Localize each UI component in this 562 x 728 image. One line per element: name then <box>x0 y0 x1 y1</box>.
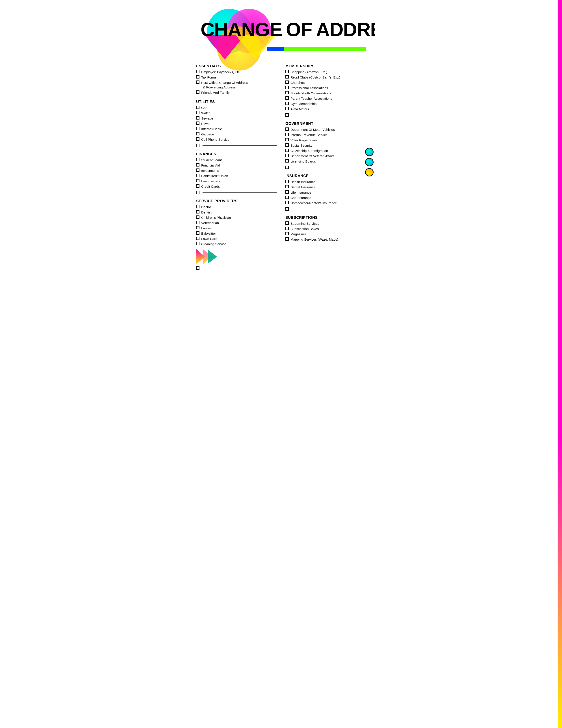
arrows-svg <box>196 249 218 264</box>
checkbox[interactable] <box>285 133 289 136</box>
list-item: Department Of Veteran Affairs <box>285 154 366 158</box>
checkbox[interactable] <box>285 96 289 100</box>
item-label: Gas <box>201 105 208 110</box>
checkbox[interactable] <box>285 159 289 163</box>
item-label: Mapping Services (Waze, Maps) <box>290 237 338 242</box>
checkbox[interactable] <box>285 75 289 79</box>
checkbox[interactable] <box>285 201 289 204</box>
checkbox[interactable] <box>196 242 200 245</box>
checkbox[interactable] <box>285 127 289 131</box>
checkbox[interactable] <box>285 138 289 141</box>
right-column: MEMBERSHIPS Shopping (Amazon, Etc.) Reta… <box>285 64 366 275</box>
custom-line-memberships <box>285 113 366 117</box>
checkbox[interactable] <box>196 179 200 182</box>
checkbox[interactable] <box>196 90 200 94</box>
checkbox[interactable] <box>285 102 289 105</box>
item-label: Churches <box>290 80 304 85</box>
checkbox[interactable] <box>196 210 200 213</box>
checkbox[interactable] <box>285 70 289 73</box>
checkbox[interactable] <box>285 227 289 230</box>
checkbox[interactable] <box>196 80 200 84</box>
checkbox[interactable] <box>285 154 289 157</box>
checkbox[interactable] <box>196 106 200 109</box>
checkbox[interactable] <box>196 266 200 270</box>
checkbox[interactable] <box>196 137 200 141</box>
list-item: Citizenship & Immigration <box>285 148 366 153</box>
checkbox[interactable] <box>285 190 289 194</box>
checkbox[interactable] <box>285 196 289 199</box>
svg-marker-2 <box>208 250 217 263</box>
item-label: Citizenship & Immigration <box>290 148 328 153</box>
section-insurance: INSURANCE Health Insurance Dental Insura… <box>285 174 366 211</box>
section-subscriptions: SUBSCRIPTIONS Streaming Services Subscri… <box>285 215 366 242</box>
list-item: Gas <box>196 105 277 110</box>
item-label: Bank/Credit Union <box>201 174 228 178</box>
checkbox[interactable] <box>196 132 200 135</box>
checkbox[interactable] <box>196 231 200 235</box>
checkbox[interactable] <box>196 226 200 229</box>
finances-heading: FINANCES <box>196 152 277 156</box>
checkbox[interactable] <box>285 107 289 110</box>
checkbox[interactable] <box>285 149 289 152</box>
item-label: Voter Registration <box>290 138 317 142</box>
checkbox[interactable] <box>196 174 200 177</box>
checkbox[interactable] <box>196 163 200 167</box>
checkbox[interactable] <box>285 221 289 225</box>
checkbox[interactable] <box>285 185 289 188</box>
checkbox[interactable] <box>196 168 200 172</box>
checkbox[interactable] <box>196 158 200 161</box>
checkbox[interactable] <box>285 180 289 183</box>
title-word1: CHANGE <box>201 20 282 39</box>
checkbox[interactable] <box>196 221 200 224</box>
list-item: Loan Issuers <box>196 179 277 183</box>
item-label: Scouts/Youth Organizations <box>290 91 331 95</box>
list-item: Student Loans <box>196 158 277 162</box>
item-label: Shopping (Amazon, Etc.) <box>290 70 327 74</box>
checkbox[interactable] <box>285 113 289 117</box>
page-title: CHANGE OF ADDRESS <box>196 20 366 39</box>
government-heading: GOVERNMENT <box>285 122 366 126</box>
section-utilities: UTILITIES Gas Water Sewage Power Interne… <box>196 100 277 147</box>
item-label: Cleaning Service <box>201 242 226 246</box>
item-label: Magazines <box>290 232 306 236</box>
checkbox[interactable] <box>285 237 289 241</box>
list-item: Department Of Motor Vehicles <box>285 127 366 132</box>
checkbox[interactable] <box>196 116 200 120</box>
checkbox[interactable] <box>196 111 200 114</box>
checkbox[interactable] <box>285 86 289 89</box>
list-item: Credit Cards <box>196 184 277 189</box>
checkbox[interactable] <box>196 237 200 240</box>
list-item: Mapping Services (Waze, Maps) <box>285 237 366 242</box>
list-item: Cell Phone Service <box>196 137 277 142</box>
checkbox[interactable] <box>196 127 200 130</box>
blank-line <box>292 209 366 209</box>
checkbox[interactable] <box>285 166 289 169</box>
checkbox[interactable] <box>285 80 289 84</box>
item-label: Streaming Services <box>290 221 319 226</box>
checkbox[interactable] <box>196 184 200 188</box>
checkbox[interactable] <box>196 122 200 125</box>
checkbox[interactable] <box>285 91 289 94</box>
memberships-heading: MEMBERSHIPS <box>285 64 366 68</box>
item-label: Homeowner/Renter's Insurance <box>290 201 337 205</box>
item-label: Loan Issuers <box>201 179 220 183</box>
checkbox[interactable] <box>196 70 200 73</box>
deco-circles-container <box>365 148 373 176</box>
checkbox[interactable] <box>285 232 289 235</box>
title-word2: OF <box>286 20 312 39</box>
item-label: Social Security <box>290 143 312 148</box>
list-item: Internet/Cable <box>196 127 277 131</box>
checkbox[interactable] <box>196 215 200 219</box>
checkbox[interactable] <box>196 205 200 208</box>
checkbox[interactable] <box>196 75 200 79</box>
accent-bar <box>267 47 366 51</box>
checkbox[interactable] <box>285 207 289 211</box>
checkbox[interactable] <box>196 191 200 194</box>
checkbox[interactable] <box>196 144 200 147</box>
item-label: Lawn Care <box>201 236 217 241</box>
deco-circle-2 <box>365 158 373 166</box>
item-label: Credit Cards <box>201 184 220 189</box>
checkbox[interactable] <box>285 143 289 147</box>
list-item: Power <box>196 121 277 126</box>
list-item: Post Office: Change Of Address & Forward… <box>196 80 277 90</box>
